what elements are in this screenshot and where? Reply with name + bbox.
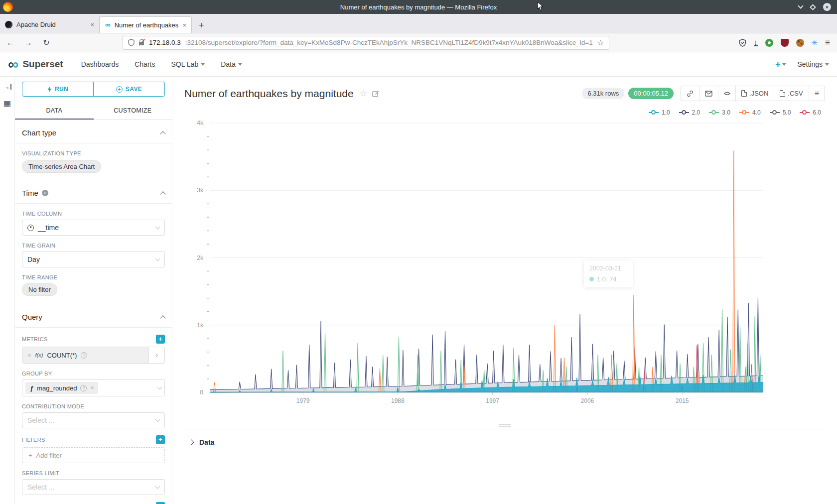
superset-logo-icon[interactable]: ∞: [8, 58, 18, 71]
section-chart-type[interactable]: Chart type: [22, 120, 165, 143]
downloads-icon[interactable]: ↓: [754, 39, 758, 46]
section-time[interactable]: Time i: [22, 180, 165, 203]
run-button[interactable]: RUN: [22, 82, 93, 96]
window-close-icon[interactable]: ×: [823, 3, 831, 11]
tab-superset-explore[interactable]: ∞ Numer of earthquakes by ×: [100, 16, 192, 33]
datasource-grid-icon[interactable]: ▦: [3, 99, 11, 108]
add-metric-button[interactable]: +: [156, 335, 165, 344]
legend-item[interactable]: 5.0: [770, 109, 791, 116]
chart-tooltip: 2002-03-21 1.0: 74: [584, 260, 633, 287]
control-panel-sidebar: RUN + SAVE DATA CUSTOMIZE Chart type VIS…: [15, 77, 172, 504]
time-range-value[interactable]: No filter: [22, 283, 57, 296]
extension-green-icon[interactable]: [765, 39, 773, 47]
plus-icon: +: [28, 452, 32, 459]
ublock-shield-icon[interactable]: [781, 39, 789, 47]
new-chart-button[interactable]: +: [775, 59, 787, 70]
contribution-mode-select[interactable]: Select ...: [22, 412, 165, 428]
timeseries-area-chart[interactable]: 01k2k3k4k19791988199720062015: [184, 117, 790, 416]
chart-title: Numer of earthquakes by magnitude: [184, 88, 354, 100]
tab-customize[interactable]: CUSTOMIZE: [94, 103, 172, 119]
visualization-type-value[interactable]: Time-series Area Chart: [22, 160, 101, 173]
forward-button[interactable]: →: [23, 38, 34, 47]
sort-by-label: SORT BY +: [22, 502, 165, 504]
new-tab-button[interactable]: +: [192, 20, 211, 33]
svg-text:4k: 4k: [197, 120, 204, 126]
group-by-select[interactable]: ƒ mag_rounded ? ×: [22, 379, 165, 396]
export-json-button[interactable]: .JSON: [735, 86, 774, 101]
legend-item[interactable]: 1.0: [649, 109, 670, 116]
legend-item[interactable]: 3.0: [709, 109, 730, 116]
embed-code-button[interactable]: <>: [718, 86, 735, 101]
filters-label: FILTERS +: [22, 435, 165, 444]
chevron-right-icon: [188, 439, 194, 445]
pocket-shield-icon[interactable]: [739, 39, 746, 47]
insecure-lock-icon[interactable]: [139, 39, 144, 46]
tab-data[interactable]: DATA: [15, 103, 94, 119]
chevron-down-icon: [157, 385, 162, 390]
chart-menu-icon[interactable]: ≡: [809, 86, 825, 101]
tab-close-icon[interactable]: ×: [182, 21, 186, 29]
nav-item-charts[interactable]: Charts: [135, 60, 155, 68]
svg-text:1988: 1988: [391, 397, 405, 404]
favorite-star-icon[interactable]: ☆: [360, 88, 367, 99]
visualization-type-label: VISUALIZATION TYPE: [22, 150, 165, 156]
chart-canvas[interactable]: 01k2k3k4k19791988199720062015 2002-03-21…: [184, 117, 825, 418]
panel-drag-handle[interactable]: [499, 424, 511, 427]
cookie-extension-icon[interactable]: [796, 39, 804, 47]
nav-item-data[interactable]: Data: [221, 60, 242, 68]
results-panel: Data: [184, 429, 825, 504]
add-filter-dropzone[interactable]: + Add filter: [22, 447, 165, 463]
chevron-down-icon: [201, 63, 205, 66]
contribution-mode-label: CONTRIBUTION MODE: [22, 403, 165, 409]
legend-item[interactable]: 4.0: [739, 109, 761, 116]
pinwheel-extension-icon[interactable]: ✳: [812, 38, 818, 47]
email-button[interactable]: [699, 86, 718, 101]
nav-item-dashboards[interactable]: Dashboards: [81, 60, 119, 68]
data-panel-toggle[interactable]: Data: [184, 429, 825, 455]
window-title: Numer of earthquakes by magnitude — Mozi…: [0, 3, 837, 11]
tab-apache-druid[interactable]: Apache Druid ×: [0, 16, 100, 33]
legend-item[interactable]: 6.0: [800, 109, 821, 116]
add-sort-button[interactable]: +: [156, 502, 165, 504]
remove-metric-icon[interactable]: ×: [27, 352, 31, 359]
copy-link-button[interactable]: [681, 86, 699, 101]
nav-item-sql-lab[interactable]: SQL Lab: [171, 60, 205, 68]
series-limit-select[interactable]: Select ...: [22, 479, 165, 495]
legend-item[interactable]: 2.0: [679, 109, 700, 116]
edit-properties-icon[interactable]: [372, 90, 379, 97]
expand-datasource-panel-icon[interactable]: →: [3, 83, 11, 91]
svg-text:1k: 1k: [197, 322, 204, 329]
window-minimize-icon[interactable]: [798, 3, 803, 8]
legend-marker-icon: [649, 112, 659, 113]
time-column-select[interactable]: __time: [22, 220, 165, 236]
chevron-down-icon: [155, 225, 160, 230]
chevron-down-icon: [782, 63, 786, 66]
chevron-down-icon: [155, 256, 160, 261]
expand-metric-icon[interactable]: ›: [148, 347, 164, 363]
window-maximize-icon[interactable]: [810, 4, 816, 10]
tab-close-icon[interactable]: ×: [90, 21, 94, 28]
url-bar[interactable]: 172.18.0.3:32108/superset/explore/?form_…: [123, 36, 609, 50]
row-count-badge: 6.31k rows: [582, 88, 624, 99]
chevron-up-icon: [160, 315, 165, 321]
svg-text:2015: 2015: [676, 397, 689, 404]
section-query[interactable]: Query: [22, 304, 165, 327]
save-button[interactable]: + SAVE: [93, 82, 164, 96]
url-path: :32108/superset/explore/?form_data_key=K…: [185, 39, 593, 46]
export-csv-button[interactable]: .CSV: [774, 86, 808, 101]
remove-tag-icon[interactable]: ×: [90, 384, 94, 391]
legend-marker-icon: [709, 112, 719, 113]
bookmark-star-icon[interactable]: ☆: [597, 38, 604, 47]
firefox-menu-icon[interactable]: ≡: [825, 38, 830, 48]
settings-menu[interactable]: Settings: [797, 60, 829, 68]
reload-button[interactable]: ↻: [41, 38, 52, 47]
metric-item[interactable]: × f(x) COUNT(*) ? ›: [22, 347, 165, 364]
time-grain-select[interactable]: Day: [22, 252, 165, 267]
group-by-tag[interactable]: ƒ mag_rounded ? ×: [25, 382, 98, 394]
back-button[interactable]: ←: [5, 38, 16, 47]
time-column-label: TIME COLUMN: [22, 211, 165, 217]
function-icon: ƒ: [30, 384, 33, 392]
add-filter-button[interactable]: +: [156, 435, 165, 444]
tracking-shield-icon[interactable]: [128, 39, 135, 46]
superset-brand[interactable]: Superset: [22, 59, 63, 70]
